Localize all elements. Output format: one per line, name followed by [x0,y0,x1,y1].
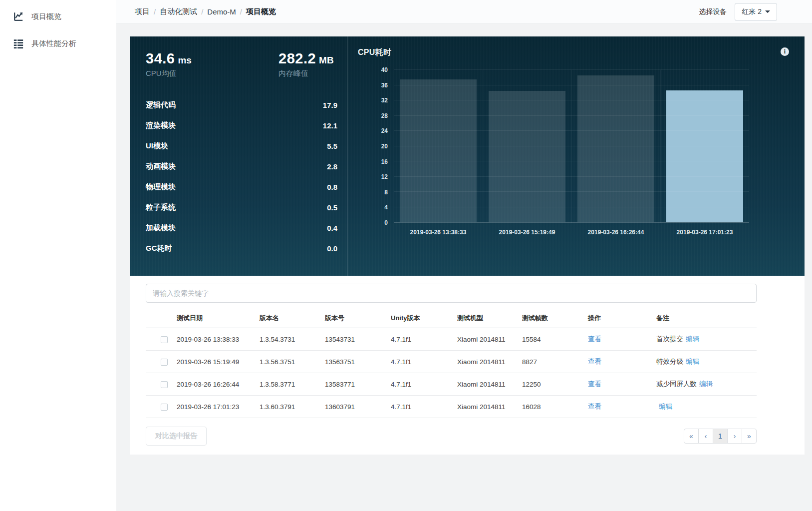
cell-version-name: 1.3.58.3771 [260,373,325,396]
cell-frames: 16028 [522,396,588,418]
cell-unity: 4.7.1f1 [391,396,457,418]
column-header-date: 测试日期 [177,308,260,328]
edit-link[interactable]: 编辑 [659,403,672,410]
edit-link[interactable]: 编辑 [699,380,713,388]
view-link[interactable]: 查看 [588,380,601,388]
memory-peak-unit: MB [319,55,334,65]
caret-down-icon [765,10,770,13]
table-row: 2019-03-26 17:01:23 1.3.60.3791 13603791… [146,396,757,418]
pagination-first[interactable]: « [684,429,699,444]
pagination-prev[interactable]: ‹ [698,429,713,444]
cell-unity: 4.7.1f1 [391,351,457,373]
cell-version-code: 13563751 [325,351,391,373]
module-label: 物理模块 [146,182,176,192]
table-row: 2019-03-26 13:38:33 1.3.54.3731 13543731… [146,328,757,351]
sidebar-item-label: 具体性能分析 [31,39,76,48]
view-link[interactable]: 查看 [588,358,601,365]
cpu-bar-chart: 0481216202428323640 [358,70,805,223]
device-select-button[interactable]: 红米 2 [735,3,777,21]
cell-date: 2019-03-26 15:19:49 [177,351,260,373]
module-row: 逻辑代码17.9 [146,95,337,115]
cell-version-code: 13603791 [325,396,391,418]
search-input[interactable] [146,284,757,303]
cpu-average-stat: 34.6ms CPU均值 [146,50,278,78]
y-tick-label: 16 [381,158,388,165]
row-checkbox[interactable] [161,404,168,411]
cpu-chart-section: CPU耗时 0481216202428323640 2019-03-26 13:… [348,36,805,276]
row-checkbox[interactable] [161,381,168,388]
module-row: 粒子系统0.5 [146,197,337,218]
cpu-bar[interactable] [400,79,477,222]
module-value: 12.1 [323,121,337,130]
x-tick-label: 2019-03-26 13:38:33 [394,229,483,236]
view-link[interactable]: 查看 [588,403,601,410]
y-tick-label: 8 [384,189,388,196]
module-row: 动画模块2.8 [146,156,337,177]
compare-selected-button[interactable]: 对比选中报告 [146,427,207,446]
checkbox-column-header [146,308,177,328]
report-table: 测试日期 版本名 版本号 Unity版本 测试机型 测试帧数 操作 备注 [146,308,757,418]
cpu-bar[interactable] [577,75,655,222]
cell-version-name: 1.3.54.3731 [260,328,325,351]
sidebar-item-project-overview[interactable]: 项目概览 [0,3,116,30]
pagination-page-1[interactable]: 1 [713,429,728,444]
info-icon[interactable]: i [781,47,789,56]
cpu-average-value: 34.6 [146,50,175,66]
y-tick-label: 28 [381,112,388,119]
note-text: 减少同屏人数 [656,380,697,388]
cpu-bar[interactable] [666,90,744,222]
table-row: 2019-03-26 15:19:49 1.3.56.3751 13563751… [146,351,757,373]
cell-date: 2019-03-26 16:26:44 [177,373,260,396]
module-row: GC耗时0.0 [146,238,337,259]
row-checkbox[interactable] [161,336,168,343]
pagination-next[interactable]: › [727,429,742,444]
y-tick-label: 4 [384,204,388,211]
edit-link[interactable]: 编辑 [686,358,699,365]
view-link[interactable]: 查看 [588,335,601,343]
module-label: GC耗时 [146,244,172,253]
module-value: 0.5 [327,203,337,212]
cpu-bar[interactable] [489,91,566,222]
cell-device: Xiaomi 2014811 [457,351,522,373]
chart-slot [394,70,483,222]
module-label: 粒子系统 [146,203,176,212]
module-label: 加载模块 [146,223,176,233]
cell-device: Xiaomi 2014811 [457,396,522,418]
row-checkbox[interactable] [161,359,168,366]
memory-peak-value: 282.2 [278,50,316,66]
module-row: UI模块5.5 [146,136,337,156]
chart-slot [660,70,749,222]
note-text: 特效分级 [656,358,683,365]
topbar: 项目 / 自动化测试 / Demo-M / 项目概览 选择设备 红米 2 [116,0,812,24]
chart-slot [483,70,571,222]
overview-card: 34.6ms CPU均值 282.2MB 内存峰值 逻辑代码17.9 渲染模块1… [130,36,805,455]
cpu-average-unit: ms [178,55,191,65]
breadcrumb-link-demo-m[interactable]: Demo-M [207,7,236,16]
module-value: 2.8 [327,162,337,171]
table-row: 2019-03-26 16:26:44 1.3.58.3771 13583771… [146,373,757,396]
module-row: 加载模块0.4 [146,218,337,238]
sidebar-item-performance-detail[interactable]: 具体性能分析 [0,30,116,57]
module-list: 逻辑代码17.9 渲染模块12.1 UI模块5.5 动画模块2.8 物理模块0.… [146,95,338,259]
y-tick-label: 24 [381,127,388,134]
pagination-last[interactable]: » [742,429,757,444]
module-label: 逻辑代码 [146,100,176,110]
cpu-average-label: CPU均值 [146,69,278,78]
column-header-note: 备注 [656,308,757,328]
note-text: 首次提交 [656,335,683,343]
breadcrumb-link-project[interactable]: 项目 [135,7,150,16]
breadcrumb-separator: / [236,7,246,16]
y-tick-label: 12 [381,173,388,180]
cell-version-name: 1.3.60.3791 [260,396,325,418]
table-footer: 对比选中报告 « ‹ 1 › » [146,427,757,446]
chart-plot [394,70,749,223]
main-area: 项目 / 自动化测试 / Demo-M / 项目概览 选择设备 红米 2 [116,0,812,511]
memory-peak-stat: 282.2MB 内存峰值 [278,50,334,78]
cell-device: Xiaomi 2014811 [457,328,522,351]
module-value: 0.8 [327,183,337,191]
edit-link[interactable]: 编辑 [686,335,699,343]
module-label: UI模块 [146,141,168,151]
module-label: 动画模块 [146,162,176,171]
breadcrumb-link-automation-test[interactable]: 自动化测试 [160,7,197,16]
chart-x-axis: 2019-03-26 13:38:332019-03-26 15:19:4920… [394,229,749,236]
